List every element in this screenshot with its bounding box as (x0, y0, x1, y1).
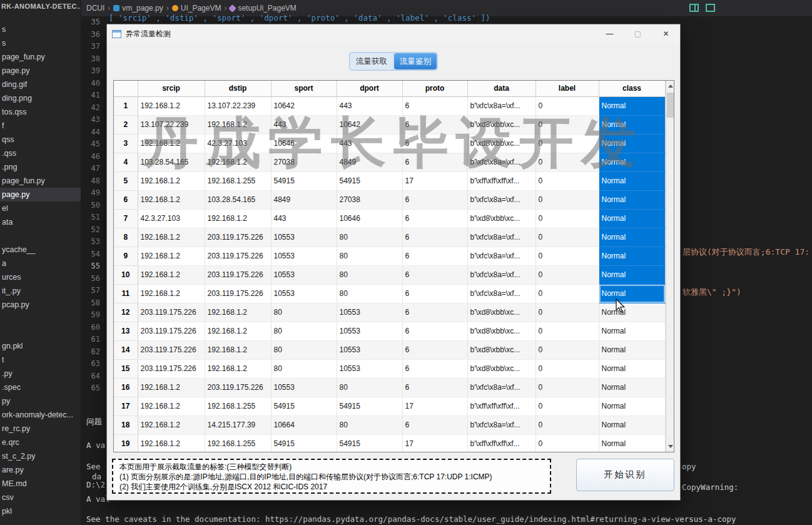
table-cell[interactable]: 192.168.1.2 (138, 434, 205, 452)
class-cell[interactable]: Normal (599, 209, 665, 228)
split-editor-icon[interactable] (689, 4, 699, 12)
table-cell[interactable]: b'\xd8\xbb\xc... (467, 209, 535, 228)
table-cell[interactable]: 192.168.1.2 (205, 322, 271, 340)
table-cell[interactable]: 192.168.1.2 (138, 228, 205, 247)
table-cell[interactable]: 192.168.1.2 (205, 153, 271, 171)
class-cell[interactable]: Normal (599, 322, 665, 340)
table-cell[interactable]: 6 (402, 153, 467, 171)
row-number[interactable]: 6 (114, 190, 138, 209)
row-number[interactable]: 8 (114, 228, 138, 247)
table-cell[interactable]: 42.3.27.103 (205, 134, 271, 153)
table-cell[interactable]: 6 (402, 359, 467, 378)
table-cell[interactable]: 0 (535, 153, 599, 171)
sidebar-item[interactable]: t (0, 353, 81, 367)
table-cell[interactable]: b'\xff\xff\xff\xf... (467, 171, 535, 190)
table-cell[interactable]: 192.168.1.2 (205, 115, 271, 134)
table-cell[interactable]: 6 (402, 209, 467, 228)
sidebar-item[interactable]: tos.qss (0, 105, 81, 119)
start-identify-button[interactable]: 开始识别 (576, 459, 674, 491)
table-cell[interactable]: 103.28.54.165 (138, 153, 205, 171)
table-cell[interactable]: 192.168.1.2 (138, 190, 205, 209)
table-cell[interactable]: 4849 (337, 153, 402, 171)
sidebar-item[interactable]: ork-anomaly-detec... (0, 408, 81, 422)
sidebar-item[interactable]: page.py (0, 188, 81, 201)
class-cell[interactable]: Normal (599, 96, 665, 115)
class-cell[interactable]: Normal (599, 378, 665, 397)
table-cell[interactable]: 80 (271, 340, 337, 359)
sidebar-item[interactable]: s (0, 23, 81, 36)
row-number[interactable]: 18 (114, 415, 138, 434)
table-cell[interactable]: 0 (535, 247, 599, 265)
table-cell[interactable]: 10553 (271, 378, 337, 397)
class-cell[interactable]: Normal (599, 265, 665, 284)
table-cell[interactable]: 6 (402, 303, 467, 322)
table-cell[interactable]: 203.119.175.226 (205, 247, 271, 265)
table-cell[interactable]: 443 (271, 115, 337, 134)
table-cell[interactable]: b'\xfc\x8a=\xf... (467, 190, 535, 209)
table-cell[interactable]: 192.168.1.2 (205, 209, 271, 228)
table-cell[interactable]: 54915 (337, 434, 402, 452)
table-cell[interactable]: 10553 (337, 359, 402, 378)
sidebar-item[interactable]: f (0, 119, 81, 133)
breadcrumb-item[interactable]: setupUi_PageVM (230, 4, 296, 13)
table-cell[interactable]: 17 (402, 397, 467, 415)
sidebar-item[interactable]: page_fun.py (0, 174, 81, 188)
sidebar-item[interactable]: csv (0, 491, 81, 504)
table-cell[interactable]: 192.168.1.2 (138, 378, 205, 397)
table-cell[interactable]: 6 (402, 190, 467, 209)
sidebar-item[interactable]: st_c_2.py (0, 449, 81, 463)
table-cell[interactable]: 203.119.175.226 (205, 284, 271, 303)
row-number[interactable]: 19 (114, 434, 138, 452)
table-cell[interactable]: 6 (402, 378, 467, 397)
table-cell[interactable]: 0 (535, 340, 599, 359)
table-cell[interactable]: 10664 (271, 415, 337, 434)
class-cell[interactable]: Normal (599, 303, 665, 322)
table-scrollbar[interactable] (666, 81, 674, 452)
table-cell[interactable]: 10553 (337, 303, 402, 322)
table-cell[interactable]: 0 (535, 284, 599, 303)
table-cell[interactable]: 0 (535, 322, 599, 340)
row-number[interactable]: 15 (114, 359, 138, 378)
table-cell[interactable]: 0 (535, 96, 599, 115)
table-cell[interactable]: 203.119.175.226 (138, 303, 205, 322)
column-header[interactable]: srcip (138, 81, 205, 96)
table-cell[interactable]: 17 (402, 434, 467, 452)
row-number[interactable]: 9 (114, 247, 138, 265)
class-cell[interactable]: Normal (599, 359, 665, 378)
table-cell[interactable]: b'\xfc\x8a=\xf... (467, 284, 535, 303)
table-cell[interactable]: 0 (535, 115, 599, 134)
panel-toggle-icon[interactable] (706, 4, 715, 12)
class-cell[interactable]: Normal (599, 153, 665, 171)
row-number[interactable]: 4 (114, 153, 138, 171)
breadcrumb-item[interactable]: DCUI (86, 4, 104, 13)
table-cell[interactable]: 10553 (271, 265, 337, 284)
table-cell[interactable]: 80 (271, 359, 337, 378)
sidebar-item[interactable]: pkl (0, 504, 81, 518)
table-cell[interactable]: 6 (402, 322, 467, 340)
table-cell[interactable]: 203.119.175.226 (138, 359, 205, 378)
table-cell[interactable]: 80 (337, 284, 402, 303)
table-cell[interactable]: 54915 (271, 434, 337, 452)
table-cell[interactable]: 10553 (337, 340, 402, 359)
table-cell[interactable]: 192.168.1.255 (205, 434, 271, 452)
table-cell[interactable]: 10642 (271, 96, 337, 115)
table-cell[interactable]: b'\xfc\x8a=\xf... (467, 265, 535, 284)
table-cell[interactable]: 203.119.175.226 (205, 378, 271, 397)
sidebar-item[interactable]: qss (0, 133, 81, 146)
table-cell[interactable]: 6 (402, 284, 467, 303)
table-cell[interactable]: 0 (535, 171, 599, 190)
table-cell[interactable]: 10553 (271, 284, 337, 303)
table-cell[interactable]: 192.168.1.2 (138, 96, 205, 115)
class-cell[interactable]: Normal (599, 190, 665, 209)
minimize-button[interactable]: — (596, 24, 624, 43)
table-cell[interactable]: 192.168.1.2 (138, 265, 205, 284)
table-cell[interactable]: 192.168.1.2 (138, 171, 205, 190)
row-number[interactable]: 11 (114, 284, 138, 303)
sidebar-item[interactable]: are.py (0, 463, 81, 477)
row-number[interactable]: 10 (114, 265, 138, 284)
table-cell[interactable]: 14.215.177.39 (205, 415, 271, 434)
table-cell[interactable]: 192.168.1.2 (138, 397, 205, 415)
table-cell[interactable]: 27038 (271, 153, 337, 171)
table-cell[interactable]: 0 (535, 228, 599, 247)
row-number[interactable]: 7 (114, 209, 138, 228)
